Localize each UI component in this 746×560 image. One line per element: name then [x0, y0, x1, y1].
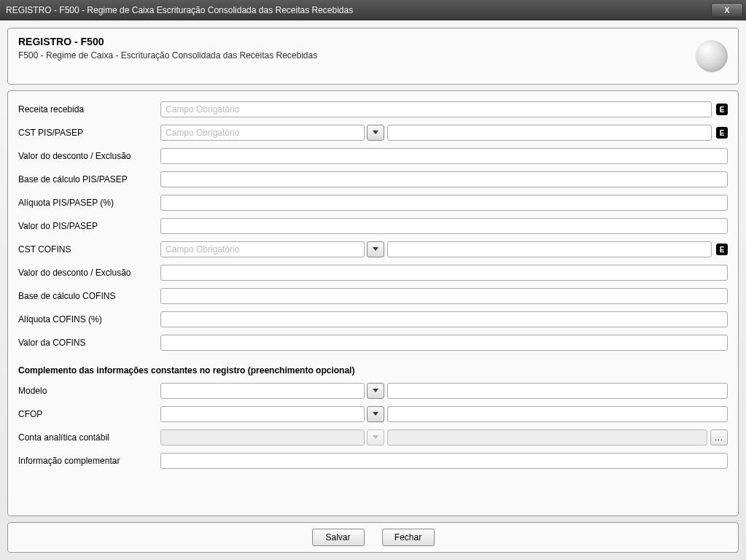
chevron-down-icon — [373, 247, 378, 252]
error-badge-icon[interactable]: E — [716, 104, 728, 115]
page-title: REGISTRO - F500 — [18, 36, 728, 47]
dropdown-cfop[interactable] — [367, 406, 384, 422]
error-badge-icon[interactable]: E — [716, 244, 728, 255]
sphere-logo-icon — [696, 40, 728, 72]
row-info: Informação complementar — [18, 451, 728, 470]
input-vl-pis[interactable] — [160, 218, 728, 234]
chevron-down-icon — [373, 435, 378, 440]
label-bc-cofins: Base de cálculo COFINS — [18, 291, 160, 301]
label-vl-pis: Valor do PIS/PASEP — [18, 221, 160, 231]
input-conta-desc — [387, 429, 707, 446]
row-bc-pis: Base de cálculo PIS/PASEP — [18, 170, 728, 189]
input-conta-code — [160, 429, 365, 446]
page-subtitle: F500 - Regime de Caixa - Escrituração Co… — [18, 50, 728, 61]
row-modelo: Modelo — [18, 381, 728, 400]
row-cfop: CFOP — [18, 405, 728, 424]
label-cfop: CFOP — [18, 409, 160, 419]
form-box: Receita recebida E CST PIS/PASEP E Valor… — [7, 90, 739, 516]
row-vl-pis: Valor do PIS/PASEP — [18, 217, 728, 236]
input-bc-cofins[interactable] — [160, 288, 728, 304]
chevron-down-icon — [373, 389, 378, 393]
input-vl-desc-cofins[interactable] — [160, 265, 728, 281]
row-bc-cofins: Base de cálculo COFINS — [18, 287, 728, 306]
label-vl-desc-cofins: Valor do desconto / Exclusão — [18, 268, 160, 278]
input-aliq-cofins[interactable] — [160, 311, 728, 327]
dropdown-cst-cofins[interactable] — [367, 241, 384, 257]
dropdown-conta — [367, 429, 384, 446]
button-bar: Salvar Fechar — [7, 522, 739, 553]
label-aliq-cofins: Alíquota COFINS (%) — [18, 314, 160, 324]
error-badge-icon[interactable]: E — [716, 127, 728, 139]
input-cst-pis-desc[interactable] — [387, 125, 712, 141]
label-aliq-pis: Alíquota PIS/PASEP (%) — [18, 198, 160, 208]
input-aliq-pis[interactable] — [160, 195, 728, 211]
header-box: REGISTRO - F500 F500 - Regime de Caixa -… — [7, 28, 739, 85]
row-receita-recebida: Receita recebida E — [18, 100, 728, 119]
input-modelo-code[interactable] — [160, 383, 365, 399]
input-cst-cofins-desc[interactable] — [387, 241, 712, 257]
content-area: REGISTRO - F500 F500 - Regime de Caixa -… — [0, 20, 746, 560]
row-vl-desc-cofins: Valor do desconto / Exclusão — [18, 263, 728, 282]
row-vl-desc-pis: Valor do desconto / Exclusão — [18, 147, 728, 166]
window: REGISTRO - F500 - Regime de Caixa Escrit… — [0, 0, 746, 560]
input-bc-pis[interactable] — [160, 171, 728, 187]
save-button[interactable]: Salvar — [312, 529, 365, 546]
input-cfop-code[interactable] — [160, 406, 365, 422]
section-complemento-title: Complemento das informações constantes n… — [18, 365, 728, 376]
input-vl-desc-pis[interactable] — [160, 148, 728, 164]
input-cst-pis-code[interactable] — [160, 125, 365, 141]
row-aliq-cofins: Alíquota COFINS (%) — [18, 310, 728, 329]
label-receita-recebida: Receita recebida — [18, 104, 160, 114]
label-cst-cofins: CST COFINS — [18, 244, 160, 254]
label-vl-desc-pis: Valor do desconto / Exclusão — [18, 151, 160, 161]
row-cst-pis: CST PIS/PASEP E — [18, 123, 728, 142]
dropdown-cst-pis[interactable] — [367, 125, 384, 141]
row-vl-cofins: Valor da COFINS — [18, 333, 728, 352]
label-modelo: Modelo — [18, 386, 160, 396]
chevron-down-icon — [373, 412, 378, 416]
close-window-button[interactable]: X — [711, 3, 743, 18]
dropdown-modelo[interactable] — [367, 383, 384, 399]
label-bc-pis: Base de cálculo PIS/PASEP — [18, 174, 160, 184]
row-conta: Conta analítica contábil ... — [18, 428, 728, 447]
window-title: REGISTRO - F500 - Regime de Caixa Escrit… — [6, 5, 353, 15]
input-cst-cofins-code[interactable] — [160, 241, 365, 257]
label-cst-pis: CST PIS/PASEP — [18, 128, 160, 138]
close-icon: X — [724, 6, 729, 15]
titlebar: REGISTRO - F500 - Regime de Caixa Escrit… — [0, 0, 746, 20]
close-button[interactable]: Fechar — [382, 529, 435, 546]
row-cst-cofins: CST COFINS E — [18, 240, 728, 259]
input-cfop-desc[interactable] — [387, 406, 728, 422]
label-vl-cofins: Valor da COFINS — [18, 338, 160, 348]
label-conta: Conta analítica contábil — [18, 432, 160, 443]
row-aliq-pis: Alíquota PIS/PASEP (%) — [18, 193, 728, 212]
lookup-conta-button[interactable]: ... — [710, 429, 728, 446]
input-vl-cofins[interactable] — [160, 335, 728, 351]
label-info: Informação complementar — [18, 456, 160, 466]
input-info[interactable] — [160, 453, 728, 469]
input-receita-recebida[interactable] — [160, 101, 712, 117]
ellipsis-icon: ... — [715, 434, 723, 442]
chevron-down-icon — [373, 131, 378, 135]
input-modelo-desc[interactable] — [387, 383, 728, 399]
